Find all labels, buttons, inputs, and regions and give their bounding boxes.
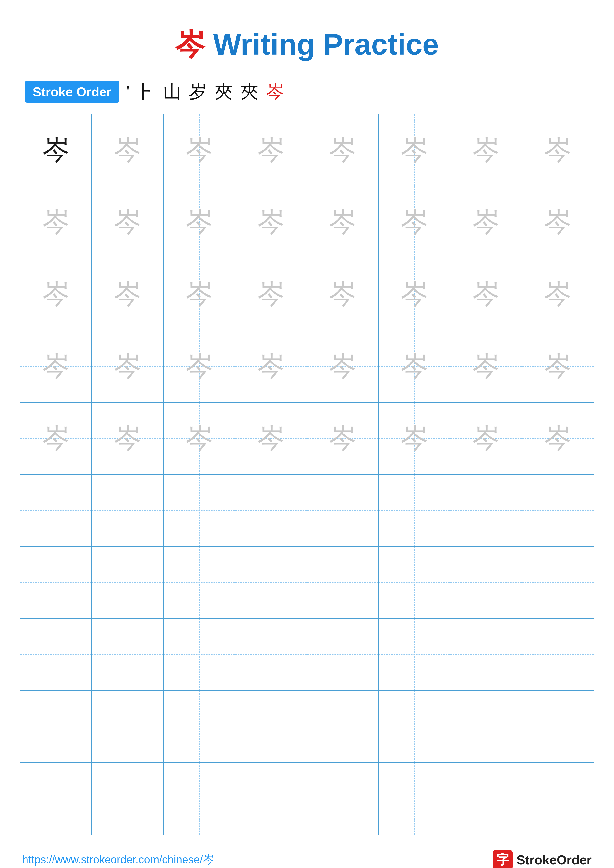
grid-cell[interactable]: 岑 [235,330,307,402]
grid-cell[interactable]: 岑 [450,330,522,402]
grid-cell[interactable]: 岑 [235,258,307,330]
grid-cell[interactable]: 岑 [20,403,92,474]
grid-cell[interactable] [450,619,522,690]
stroke-order-row: Stroke Order ' ⺊ 山 岁 夾 夾 岑 [25,80,594,104]
grid-cell[interactable]: 岑 [92,258,163,330]
grid-row: 岑 岑 岑 岑 岑 岑 岑 岑 [20,330,594,402]
cell-char-light: 岑 [114,425,141,452]
grid-cell[interactable] [20,547,92,618]
grid-cell[interactable] [307,763,379,834]
grid-cell[interactable]: 岑 [379,258,450,330]
grid-cell[interactable] [450,691,522,763]
grid-cell[interactable] [450,547,522,618]
grid-cell[interactable] [379,691,450,763]
footer-url: https://www.strokeorder.com/chinese/岑 [22,852,214,867]
grid-cell[interactable] [92,763,163,834]
cell-char-light: 岑 [42,353,70,380]
grid-cell[interactable] [379,547,450,618]
grid-cell[interactable] [307,619,379,690]
grid-cell[interactable]: 岑 [379,114,450,186]
grid-cell[interactable] [379,619,450,690]
grid-cell[interactable] [522,474,594,546]
grid-cell[interactable]: 岑 [92,114,163,186]
grid-cell[interactable]: 岑 [164,114,235,186]
cell-char-light: 岑 [401,208,428,236]
grid-cell[interactable] [164,763,235,834]
grid-cell[interactable] [307,474,379,546]
grid-cell[interactable] [307,547,379,618]
grid-cell[interactable] [522,619,594,690]
grid-cell[interactable]: 岑 [379,186,450,257]
grid-cell[interactable]: 岑 [164,403,235,474]
grid-cell[interactable]: 岑 [20,186,92,257]
footer-brand-icon: 字 [493,850,513,868]
cell-char-light: 岑 [329,425,356,452]
grid-cell[interactable]: 岑 [379,330,450,402]
grid-cell[interactable]: 岑 [164,330,235,402]
grid-cell[interactable]: 岑 [92,403,163,474]
grid-cell[interactable] [92,691,163,763]
grid-cell[interactable]: 岑 [522,330,594,402]
grid-cell[interactable] [450,474,522,546]
grid-cell[interactable]: 岑 [164,186,235,257]
grid-cell[interactable]: 岑 [450,403,522,474]
grid-cell[interactable] [164,619,235,690]
grid-cell[interactable] [20,619,92,690]
grid-cell[interactable]: 岑 [235,403,307,474]
cell-char-light: 岑 [185,136,213,164]
grid-cell[interactable]: 岑 [235,186,307,257]
grid-cell[interactable] [92,547,163,618]
grid-row [20,763,594,834]
grid-cell[interactable] [379,763,450,834]
cell-char-light: 岑 [185,425,213,452]
grid-cell[interactable]: 岑 [307,403,379,474]
grid-cell[interactable]: 岑 [522,403,594,474]
grid-cell[interactable]: 岑 [522,114,594,186]
grid-cell[interactable] [522,691,594,763]
grid-cell[interactable] [235,619,307,690]
grid-cell[interactable]: 岑 [235,114,307,186]
grid-cell[interactable] [522,547,594,618]
grid-cell[interactable] [20,763,92,834]
grid-cell[interactable]: 岑 [307,330,379,402]
step-2: ⺊ [137,80,155,104]
grid-cell[interactable] [307,691,379,763]
grid-cell[interactable] [235,763,307,834]
grid-cell[interactable]: 岑 [450,258,522,330]
cell-char-light: 岑 [185,353,213,380]
step-4: 岁 [189,80,207,104]
cell-char-light: 岑 [544,208,571,236]
grid-cell[interactable]: 岑 [164,258,235,330]
grid-cell[interactable]: 岑 [20,258,92,330]
brand-char: 字 [496,851,509,868]
grid-cell[interactable]: 岑 [307,186,379,257]
grid-cell[interactable]: 岑 [522,258,594,330]
grid-cell[interactable] [235,691,307,763]
grid-cell[interactable]: 岑 [20,114,92,186]
grid-cell[interactable]: 岑 [307,258,379,330]
grid-cell[interactable] [522,763,594,834]
grid-row [20,619,594,691]
grid-cell[interactable] [164,474,235,546]
grid-cell[interactable]: 岑 [307,114,379,186]
grid-cell[interactable] [235,474,307,546]
grid-cell[interactable]: 岑 [92,186,163,257]
grid-cell[interactable]: 岑 [450,186,522,257]
grid-cell[interactable] [379,474,450,546]
grid-cell[interactable] [450,763,522,834]
grid-cell[interactable] [92,619,163,690]
grid-cell[interactable] [164,691,235,763]
cell-char-light: 岑 [401,281,428,308]
grid-cell[interactable] [164,547,235,618]
grid-cell[interactable]: 岑 [450,114,522,186]
grid-cell[interactable] [235,547,307,618]
grid-cell[interactable]: 岑 [522,186,594,257]
grid-cell[interactable]: 岑 [92,330,163,402]
grid-cell[interactable] [20,474,92,546]
grid-cell[interactable] [20,691,92,763]
grid-row: 岑 岑 岑 岑 岑 岑 岑 岑 [20,186,594,258]
grid-cell[interactable] [92,474,163,546]
cell-char-light: 岑 [544,353,571,380]
grid-cell[interactable]: 岑 [20,330,92,402]
grid-cell[interactable]: 岑 [379,403,450,474]
